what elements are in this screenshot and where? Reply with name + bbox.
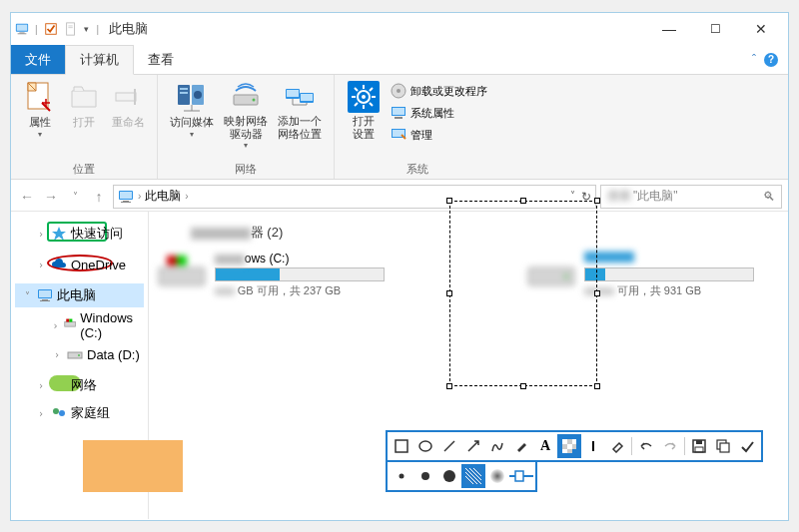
tool-eraser[interactable]: [605, 434, 629, 458]
svg-rect-42: [69, 319, 72, 322]
svg-rect-69: [720, 443, 729, 452]
snip-toolbar-main: A I: [386, 430, 763, 462]
copy-button[interactable]: [711, 434, 735, 458]
tool-highlight[interactable]: I: [581, 434, 605, 458]
ribbon-group-system: 打开 设置 卸载或更改程序 系统属性 管理: [335, 75, 499, 179]
chevron-right-icon[interactable]: ›: [51, 320, 60, 331]
ribbon-collapse-icon[interactable]: ˆ: [752, 53, 756, 67]
drive-name: [584, 252, 799, 266]
tab-computer[interactable]: 计算机: [65, 45, 134, 75]
svg-point-17: [253, 99, 256, 102]
tool-line[interactable]: [437, 434, 461, 458]
chevron-right-icon[interactable]: ›: [35, 229, 47, 240]
tree-network[interactable]: › 网络: [15, 373, 144, 397]
redo-button[interactable]: [658, 434, 682, 458]
size-small[interactable]: [390, 464, 413, 488]
drive-d[interactable]: 可用，共 931 GB: [526, 252, 799, 298]
navigation-pane: › 快速访问 › OneDrive ˅ 此电脑 › Windows: [11, 212, 149, 519]
chevron-down-icon[interactable]: ˅: [21, 290, 33, 301]
map-drive-button[interactable]: 映射网络 驱动器 ▾: [220, 79, 272, 160]
svg-rect-2: [19, 33, 24, 34]
tab-file[interactable]: 文件: [11, 45, 65, 74]
manage-button[interactable]: 管理: [387, 125, 491, 145]
forward-button[interactable]: →: [41, 187, 61, 207]
drive-free-text: GB 可用，共 237 GB: [215, 283, 446, 298]
doc-icon[interactable]: [64, 22, 78, 36]
drive-icon: [64, 317, 76, 333]
tool-freehand[interactable]: [485, 434, 509, 458]
rename-button[interactable]: 重命名: [107, 79, 149, 160]
sys-properties-button[interactable]: 系统属性: [387, 103, 491, 123]
search-box[interactable]: 搜索 "此电脑" 🔍︎: [600, 185, 782, 209]
tree-quick-access[interactable]: › 快速访问: [15, 222, 144, 246]
access-media-button[interactable]: 访问媒体 ▾: [166, 79, 218, 160]
tree-this-pc[interactable]: ˅ 此电脑: [15, 283, 144, 307]
open-settings-button[interactable]: 打开 设置: [343, 79, 385, 160]
undo-button[interactable]: [634, 434, 658, 458]
tree-data-d[interactable]: › Data (D:): [15, 343, 144, 365]
chevron-right-icon[interactable]: ›: [51, 349, 63, 360]
svg-rect-3: [18, 33, 27, 34]
window-title: 此电脑: [109, 20, 148, 38]
mosaic-style[interactable]: [461, 464, 485, 488]
svg-point-48: [53, 408, 59, 414]
chevron-right-icon[interactable]: ›: [35, 260, 47, 270]
tool-mosaic[interactable]: [557, 434, 581, 458]
tree-homegroup[interactable]: › 家庭组: [15, 401, 144, 425]
dropdown-icon[interactable]: ˅: [570, 190, 575, 204]
chevron-right-icon[interactable]: ›: [35, 408, 47, 419]
svg-rect-37: [39, 290, 51, 297]
drive-name: ows (C:): [215, 252, 446, 266]
size-medium[interactable]: [413, 464, 437, 488]
address-bar[interactable]: › 此电脑 › ˅ ↻: [113, 185, 596, 209]
save-button[interactable]: [687, 434, 711, 458]
star-icon: [51, 226, 67, 242]
pc-icon: [37, 287, 53, 303]
recent-dropdown[interactable]: ˅: [65, 187, 85, 207]
add-location-icon: [284, 81, 316, 113]
tool-square[interactable]: [390, 434, 413, 458]
sys-props-icon: [391, 105, 406, 121]
svg-rect-64: [567, 449, 572, 453]
blur-style[interactable]: [485, 464, 509, 488]
qat-dropdown-icon[interactable]: ▾: [84, 24, 89, 34]
chevron-right-icon[interactable]: ›: [35, 380, 47, 391]
add-location-button[interactable]: 添加一个 网络位置: [274, 79, 326, 160]
tool-marker[interactable]: [509, 434, 533, 458]
qat-separator-icon: |: [97, 24, 100, 35]
tool-circle[interactable]: [413, 434, 437, 458]
maximize-button[interactable]: ☐: [692, 14, 738, 44]
tool-text[interactable]: A: [533, 434, 557, 458]
checkbox-icon[interactable]: [44, 22, 58, 36]
open-button[interactable]: 打开: [63, 79, 105, 160]
svg-rect-63: [562, 449, 567, 453]
confirm-button[interactable]: [735, 434, 759, 458]
tree-onedrive[interactable]: › OneDrive: [15, 254, 144, 275]
back-button[interactable]: ←: [17, 187, 37, 207]
drive-icon: [157, 252, 207, 291]
drive-usage-bar: [215, 267, 385, 281]
close-button[interactable]: ✕: [738, 14, 784, 44]
slider-handle[interactable]: [509, 464, 533, 488]
ribbon-tabs: 文件 计算机 查看 ˆ ?: [11, 45, 788, 75]
refresh-icon[interactable]: ↻: [581, 190, 591, 204]
snip-toolbar-size: [386, 460, 537, 492]
section-header: 器 (2): [157, 224, 799, 242]
nav-bar: ← → ˅ ↑ › 此电脑 › ˅ ↻ 搜索 "此电脑" 🔍︎: [11, 182, 788, 212]
ribbon-group-network: 访问媒体 ▾ 映射网络 驱动器 ▾ 添加一个 网络位置 网络: [158, 75, 335, 179]
up-button[interactable]: ↑: [89, 187, 109, 207]
uninstall-button[interactable]: 卸载或更改程序: [387, 81, 491, 101]
tree-windows-c[interactable]: › Windows (C:): [15, 307, 144, 343]
svg-rect-40: [65, 322, 76, 327]
tab-view[interactable]: 查看: [134, 45, 188, 74]
quick-access-toolbar: | ▾ |: [15, 22, 101, 36]
help-icon[interactable]: ?: [764, 53, 778, 67]
tool-arrow[interactable]: [461, 434, 485, 458]
search-icon: 🔍︎: [763, 190, 775, 204]
size-large[interactable]: [437, 464, 461, 488]
drive-c[interactable]: ows (C:) GB 可用，共 237 GB: [157, 252, 446, 298]
minimize-button[interactable]: —: [646, 14, 692, 44]
svg-rect-6: [68, 26, 72, 27]
svg-rect-50: [159, 267, 205, 285]
properties-button[interactable]: 属性 ▾: [19, 79, 61, 160]
